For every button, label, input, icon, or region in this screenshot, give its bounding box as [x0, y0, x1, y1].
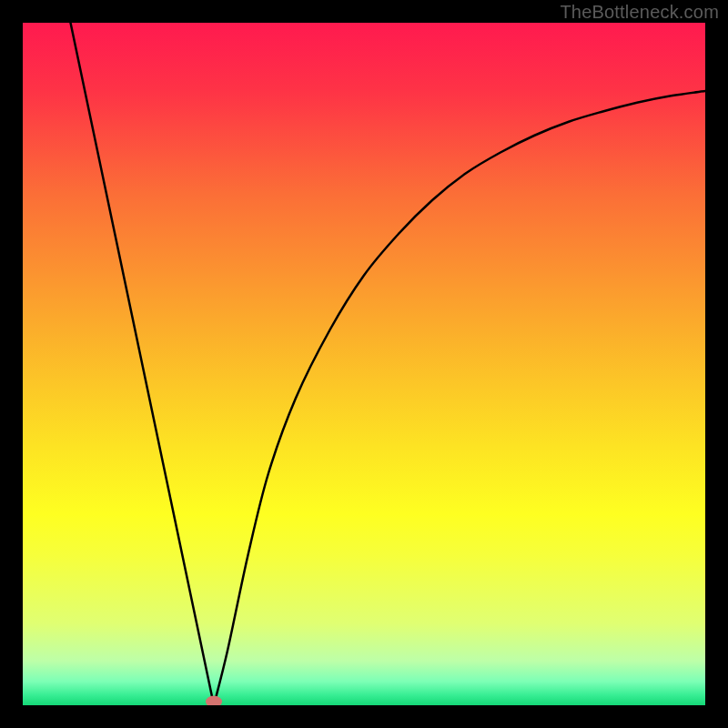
watermark-label: TheBottleneck.com [560, 2, 719, 23]
plot-area [23, 23, 705, 705]
bottleneck-curve [23, 23, 705, 705]
minimum-marker [206, 696, 222, 706]
chart-frame: TheBottleneck.com [0, 0, 728, 728]
